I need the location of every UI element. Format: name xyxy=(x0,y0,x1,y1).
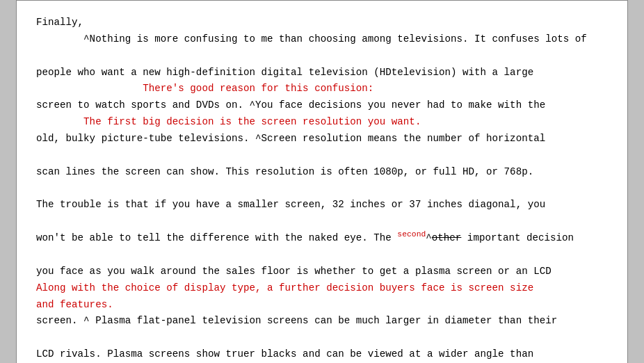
annotation-and-features: and features. xyxy=(36,299,113,310)
line-lcd-rivals: LCD rivals. Plasma screens show truer bl… xyxy=(36,348,533,360)
annotation-first-decision: The first big decision is the screen res… xyxy=(36,116,421,127)
line-wont-be: won't be able to tell the difference wit… xyxy=(36,232,574,243)
line-old-bulky: old, bulky picture-tube televisions. ^Sc… xyxy=(36,133,545,144)
annotation-along-with: Along with the choice of display type, a… xyxy=(36,282,533,293)
line-trouble: The trouble is that if you have a smalle… xyxy=(36,199,545,210)
line-scan-lines: scan lines the screen can show. This res… xyxy=(36,166,533,177)
document-content: Finally, ^Nothing is more confusing to m… xyxy=(36,15,608,363)
line-people: people who want a new high-definition di… xyxy=(36,67,533,78)
document-container: Finally, ^Nothing is more confusing to m… xyxy=(16,0,628,363)
strikethrough-other: other xyxy=(432,232,462,243)
line-you-face: you face as you walk around the sales fl… xyxy=(36,266,552,277)
superscript-second: second xyxy=(397,230,426,239)
line-screen-plasma: screen. ^ Plasma flat-panel television s… xyxy=(36,315,557,326)
line-finally: Finally, xyxy=(36,17,83,28)
line-nothing: ^Nothing is more confusing to me than ch… xyxy=(36,33,587,45)
annotation-good-reason: There's good reason for this confusion: xyxy=(36,83,373,94)
line-screen-watch: screen to watch sports and DVDs on. ^You… xyxy=(36,99,545,111)
